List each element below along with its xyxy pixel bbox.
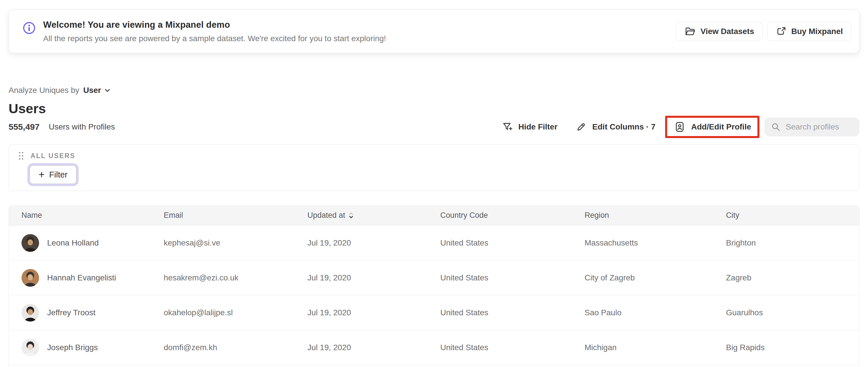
user-updated-at: Jul 19, 2020 — [307, 343, 440, 352]
drag-handle-icon[interactable] — [18, 151, 24, 161]
add-filter-button[interactable]: + Filter — [29, 165, 76, 184]
user-country: United States — [440, 308, 585, 317]
profile-badge-icon — [674, 121, 686, 133]
buy-mixpanel-button[interactable]: Buy Mixpanel — [767, 22, 851, 41]
profiles-count-label: Users with Profiles — [49, 122, 115, 131]
avatar — [22, 234, 39, 252]
analyze-uniques-value: User — [83, 86, 101, 95]
user-name: Leona Holland — [47, 238, 99, 247]
user-name: Joseph Briggs — [47, 343, 98, 352]
user-country: United States — [440, 343, 585, 352]
profiles-count: 555,497 — [8, 122, 39, 132]
table-row[interactable]: Hannah Evangelisti hesakrem@ezi.co.uk Ju… — [9, 261, 859, 295]
avatar — [22, 304, 39, 322]
user-country: United States — [440, 273, 585, 282]
banner-title: Welcome! You are viewing a Mixpanel demo — [43, 20, 386, 30]
user-email: kephesaj@si.ve — [164, 238, 307, 247]
funnel-plus-icon — [501, 121, 513, 133]
user-name: Jeffrey Troost — [47, 308, 95, 317]
column-header-updated-at[interactable]: Updated at — [307, 211, 440, 220]
user-city: Guarulhos — [726, 308, 859, 317]
user-city: Zagreb — [726, 273, 859, 282]
user-updated-at: Jul 19, 2020 — [307, 238, 440, 247]
page-title: Users — [8, 101, 46, 116]
banner-actions: View Datasets Buy Mixpanel — [676, 22, 851, 41]
chevron-down-icon — [104, 87, 111, 94]
add-edit-profile-label: Add/Edit Profile — [691, 122, 751, 131]
users-table: Name Email Updated at Country Code Regio… — [8, 205, 860, 367]
table-row[interactable]: Joseph Briggs domfi@zem.kh Jul 19, 2020 … — [9, 330, 859, 365]
edit-columns-button[interactable]: Edit Columns · 7 — [575, 121, 655, 133]
table-row[interactable] — [9, 365, 859, 367]
view-datasets-label: View Datasets — [701, 27, 754, 36]
table-header: Name Email Updated at Country Code Regio… — [9, 206, 859, 225]
user-email: hesakrem@ezi.co.uk — [164, 273, 307, 282]
table-row[interactable]: Jeffrey Troost okahelop@lalijpe.sl Jul 1… — [9, 295, 859, 330]
user-region: Sao Paulo — [585, 308, 726, 317]
welcome-banner: Welcome! You are viewing a Mixpanel demo… — [8, 10, 860, 53]
column-header-region[interactable]: Region — [585, 211, 726, 220]
avatar — [22, 339, 39, 357]
folder-icon — [684, 25, 696, 37]
column-header-city[interactable]: City — [726, 211, 859, 220]
user-city: Brighton — [726, 238, 859, 247]
search-icon — [770, 121, 781, 132]
info-icon — [23, 22, 36, 35]
column-header-name[interactable]: Name — [22, 211, 164, 220]
table-row[interactable]: Leona Holland kephesaj@si.ve Jul 19, 202… — [9, 225, 859, 261]
user-name-cell: Jeffrey Troost — [22, 304, 164, 322]
user-region: City of Zagreb — [585, 273, 726, 282]
analyze-uniques-dropdown[interactable]: User — [83, 86, 111, 95]
hide-filter-button[interactable]: Hide Filter — [501, 121, 557, 133]
banner-message: Welcome! You are viewing a Mixpanel demo… — [23, 20, 386, 43]
user-updated-at: Jul 19, 2020 — [307, 308, 440, 317]
view-datasets-button[interactable]: View Datasets — [676, 22, 763, 41]
filter-group-label: ALL USERS — [31, 152, 75, 160]
column-header-country-code[interactable]: Country Code — [440, 211, 585, 220]
user-region: Massachusetts — [585, 238, 726, 247]
search-profiles-box[interactable] — [765, 118, 860, 136]
analyze-uniques-label: Analyze Uniques by — [8, 86, 79, 95]
buy-mixpanel-label: Buy Mixpanel — [792, 27, 843, 36]
edit-columns-label: Edit Columns · 7 — [592, 122, 655, 131]
add-edit-profile-button[interactable]: Add/Edit Profile — [665, 116, 760, 138]
banner-text: Welcome! You are viewing a Mixpanel demo… — [43, 20, 386, 43]
user-name: Hannah Evangelisti — [47, 273, 116, 282]
filter-group-panel: ALL USERS + Filter — [8, 144, 860, 191]
avatar — [22, 269, 39, 287]
external-link-icon — [775, 26, 787, 37]
plus-icon: + — [38, 170, 44, 180]
user-country: United States — [440, 238, 585, 247]
analyze-uniques-row: Analyze Uniques by User — [8, 86, 111, 95]
filter-group-header: ALL USERS — [18, 151, 75, 161]
add-filter-label: Filter — [49, 170, 67, 180]
user-name-cell: Joseph Briggs — [22, 339, 164, 357]
user-region: Michigan — [585, 343, 726, 352]
stats-toolbar: 555,497 Users with Profiles Hide Filter … — [8, 117, 860, 137]
banner-subtitle: All the reports you see are powered by a… — [43, 34, 386, 43]
user-name-cell: Hannah Evangelisti — [22, 269, 164, 287]
user-name-cell: Leona Holland — [22, 234, 164, 252]
user-email: domfi@zem.kh — [164, 343, 307, 352]
users-page: Welcome! You are viewing a Mixpanel demo… — [0, 0, 868, 367]
hide-filter-label: Hide Filter — [518, 122, 557, 131]
user-email: okahelop@lalijpe.sl — [164, 308, 307, 317]
sort-icon[interactable] — [348, 212, 354, 219]
user-city: Big Rapids — [726, 343, 859, 352]
search-profiles-input[interactable] — [786, 122, 851, 131]
pencil-icon — [575, 121, 587, 133]
column-header-email[interactable]: Email — [164, 211, 307, 220]
user-updated-at: Jul 19, 2020 — [307, 273, 440, 282]
